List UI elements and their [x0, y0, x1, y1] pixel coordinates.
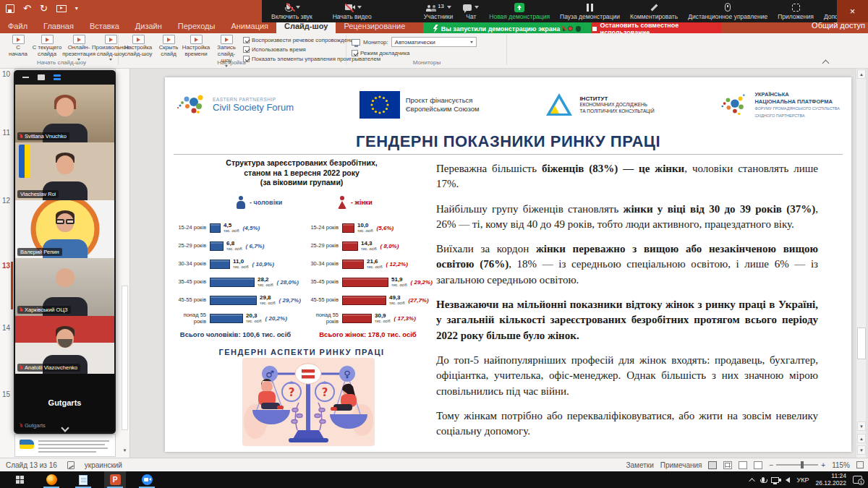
bar-value: 49,3тис. осіб: [389, 295, 405, 306]
bar-women: [342, 241, 358, 251]
gallery-view-icon[interactable]: [54, 74, 61, 80]
chevron-down-icon[interactable]: [447, 6, 451, 9]
ribbon-button[interactable]: Запись слайд- шоу: [211, 35, 242, 67]
thumbnail-slide-16[interactable]: [14, 434, 116, 457]
thumbnail-scrollbar[interactable]: [122, 286, 128, 430]
slide-number[interactable]: 12: [0, 197, 10, 205]
scroll-up-icon[interactable]: ▲: [857, 69, 866, 79]
zoom-toolbar-item[interactable]: Комментировать: [625, 0, 683, 22]
ribbon-tab[interactable]: Вставка: [82, 20, 127, 33]
notes-button[interactable]: Заметки: [626, 461, 653, 469]
zoom-toolbar-item[interactable]: Чат: [458, 0, 484, 22]
ribbon-button[interactable]: Произвольное слайд-шоу: [95, 35, 126, 61]
ribbon-checkbox[interactable]: Воспроизвести речевое сопровождение: [243, 37, 357, 43]
slideshow-icon[interactable]: [56, 5, 67, 12]
chevron-down-icon[interactable]: [475, 6, 479, 9]
tray-network-icon[interactable]: [771, 477, 779, 483]
ribbon-button[interactable]: Скрыть слайд: [153, 35, 184, 58]
zoom-out-icon[interactable]: −: [769, 461, 773, 469]
reading-view-icon[interactable]: [739, 461, 747, 469]
redo-icon[interactable]: ↻: [40, 3, 48, 14]
participant-name-badge: Gutgarts: [17, 421, 48, 429]
start-button[interactable]: [9, 471, 30, 488]
normal-view-icon[interactable]: [708, 461, 717, 469]
zoom-toolbar-item[interactable]: Дистанционное управление: [683, 0, 773, 22]
taskbar-powerpoint[interactable]: P: [104, 471, 126, 488]
ribbon-tab[interactable]: Дизайн: [127, 20, 170, 33]
proofing-icon[interactable]: [67, 461, 75, 469]
customize-quick-access-icon[interactable]: ▾: [75, 5, 78, 12]
participant-tile[interactable]: Svitlana Vnuchko: [15, 85, 114, 142]
ribbon-button[interactable]: Настройка времени: [181, 35, 211, 58]
taskbar-zoom[interactable]: [136, 471, 158, 488]
scrollbar-thumb[interactable]: [857, 328, 866, 359]
zoom-toolbar-item[interactable]: Новая демонстрация: [484, 0, 555, 22]
tray-microphone-icon[interactable]: [762, 477, 765, 482]
minimize-icon[interactable]: [22, 77, 29, 78]
notification-icon[interactable]: 1: [853, 476, 862, 484]
window-close-button[interactable]: ×: [837, 0, 868, 22]
zoom-toolbar-item-label: Пауза демонстрации: [560, 13, 620, 20]
participant-tile[interactable]: Харківський ОЦЗ: [15, 258, 114, 316]
thumbnail-scroll-down-icon[interactable]: ▼: [122, 447, 128, 454]
ribbon-tab[interactable]: Файл: [0, 20, 35, 33]
zoom-toolbar-item[interactable]: Включить звук: [266, 0, 318, 22]
zoom-thumb[interactable]: [801, 461, 804, 468]
slide-number[interactable]: 15: [0, 390, 10, 398]
bar-percent: ( 29,7%): [279, 297, 301, 304]
zoom-in-icon[interactable]: +: [821, 461, 825, 469]
monitor-select[interactable]: Автоматически: [391, 37, 477, 47]
save-icon[interactable]: [6, 4, 14, 13]
comments-button[interactable]: Примечания: [660, 461, 702, 469]
tray-clock[interactable]: 11:24 26.12.2022: [815, 473, 846, 487]
zoom-toolbar-item[interactable]: Пауза демонстрации: [555, 0, 625, 22]
ribbon-checkbox[interactable]: Показать элементы управления проигрывате…: [243, 56, 380, 62]
taskbar-notepad[interactable]: [72, 471, 94, 488]
fit-slide-icon[interactable]: [856, 461, 864, 468]
speaker-view-icon[interactable]: [38, 74, 45, 80]
tray-language[interactable]: УКР: [796, 476, 809, 484]
chevron-down-icon[interactable]: [357, 6, 362, 9]
zoom-level[interactable]: 115%: [832, 461, 850, 469]
chart-title-line3: (за віковими групами): [169, 178, 434, 188]
zoom-track[interactable]: [776, 464, 818, 466]
slideshow-view-icon[interactable]: [754, 461, 762, 469]
zoom-slider[interactable]: − +: [769, 461, 825, 469]
previous-slide-icon[interactable]: ▲: [857, 434, 866, 443]
ribbon-button[interactable]: С текущего слайда: [32, 35, 62, 58]
presenter-view-checkbox[interactable]: Режим докладчика: [352, 50, 409, 56]
ribbon-checkbox[interactable]: Использовать время: [243, 46, 306, 53]
slide-sorter-view-icon[interactable]: [723, 461, 732, 469]
status-bar: Слайд 13 из 16 украинский Заметки Примеч…: [0, 458, 868, 471]
chevron-down-icon[interactable]: [296, 6, 300, 9]
slide-number[interactable]: 14: [0, 324, 10, 332]
zoom-toolbar-item[interactable]: 13Участники: [419, 0, 459, 22]
next-slide-icon[interactable]: ▼: [857, 445, 866, 455]
video-panel-controls: [14, 70, 116, 85]
slide-paragraph: Переважна більшість біженців (83%) — це …: [436, 161, 818, 192]
ribbon-button[interactable]: С начала: [3, 35, 33, 58]
ribbon-tab[interactable]: Главная: [35, 20, 82, 33]
ribbon-button[interactable]: Настройка слайд-шоу: [123, 35, 153, 58]
slide-number[interactable]: 13: [0, 262, 10, 270]
bar-percent: ( 17,3%): [394, 315, 416, 322]
collapse-ribbon-icon[interactable]: [822, 60, 830, 67]
participant-tile[interactable]: Валерий Репин: [15, 200, 114, 258]
zoom-toolbar-item-label: Включить звук: [271, 13, 312, 20]
participant-tile[interactable]: Anatolii Viazovchenko: [15, 316, 114, 374]
tray-speaker-icon[interactable]: [786, 477, 790, 483]
zoom-toolbar-item[interactable]: Приложения: [773, 0, 819, 22]
taskbar-firefox[interactable]: [41, 471, 62, 488]
ribbon-button[interactable]: Онлайн- презентация: [64, 35, 94, 61]
language-indicator[interactable]: украинский: [85, 461, 122, 469]
undo-icon[interactable]: ↶: [23, 3, 31, 14]
zoom-toolbar-item[interactable]: Начать видео: [328, 0, 377, 22]
scroll-down-icon[interactable]: ▼: [857, 421, 866, 431]
ribbon-tab[interactable]: Переходы: [170, 20, 224, 33]
tray-expand-icon[interactable]: [749, 478, 755, 484]
document-scrollbar[interactable]: ▲ ▼ ▲ ▼: [856, 69, 866, 458]
slide-number[interactable]: 10: [0, 70, 10, 78]
participant-tile[interactable]: Viacheslav Roi: [15, 142, 114, 200]
zoom-video-panel[interactable]: Svitlana VnuchkoViacheslav RoiВалерий Ре…: [14, 70, 116, 434]
slide-number[interactable]: 11: [0, 129, 10, 137]
